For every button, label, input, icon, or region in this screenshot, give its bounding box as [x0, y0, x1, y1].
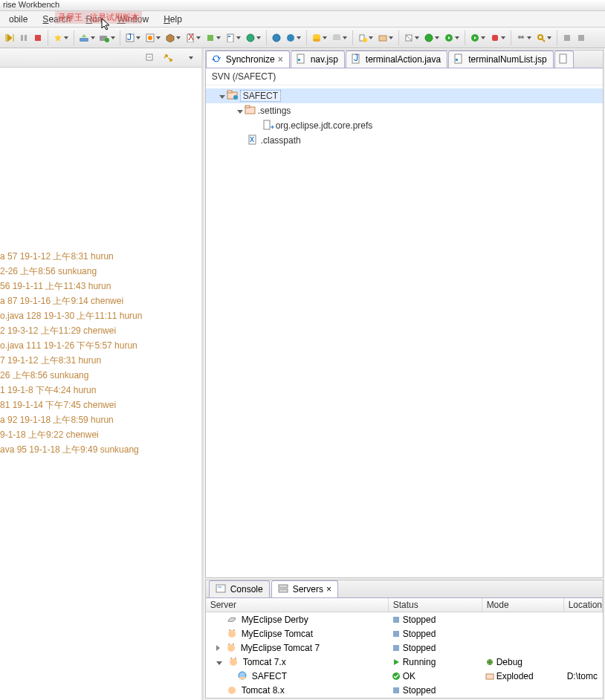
browser-dd-icon[interactable] — [284, 31, 303, 45]
tree-node-prefs[interactable]: org.eclipse.jdt.core.prefs — [206, 118, 603, 133]
tree-node-settings[interactable]: .settings — [206, 103, 603, 118]
expand-icon[interactable] — [216, 645, 220, 651]
svg-point-32 — [521, 36, 524, 39]
history-row[interactable]: 81 19-1-14 下午7:45 chenwei — [0, 398, 201, 412]
history-row[interactable]: a 57 19-1-12 上午8:31 hurun — [0, 249, 201, 264]
struts-icon[interactable] — [204, 31, 223, 45]
new-pkg-icon[interactable] — [402, 31, 421, 45]
svg-rect-57 — [279, 589, 288, 592]
search-dd-icon[interactable] — [534, 31, 554, 45]
col-location[interactable]: Location — [564, 598, 603, 612]
tool-a-icon[interactable] — [560, 31, 574, 45]
server-row[interactable]: Tomcat 7.x Running Debug — [206, 655, 603, 670]
sync-root-label: SVN (/SAFECT) — [206, 68, 603, 85]
menu-mobile[interactable]: obile — [1, 12, 35, 27]
svg-line-34 — [543, 39, 545, 42]
tab-synchronize[interactable]: Synchronize × — [206, 51, 290, 68]
menu-window[interactable]: Window — [109, 12, 156, 27]
tab-console[interactable]: Console — [209, 580, 270, 597]
db-icon[interactable] — [310, 31, 329, 45]
expand-icon[interactable] — [216, 661, 222, 665]
server-row[interactable]: Tomcat 8.x Stopped — [206, 684, 603, 698]
jsp-icon[interactable]: J — [123, 31, 143, 45]
globe-icon[interactable] — [244, 31, 263, 45]
svg-rect-40 — [298, 59, 300, 61]
deploy-icon[interactable] — [77, 31, 97, 45]
svg-point-20 — [313, 39, 320, 42]
debug-icon[interactable] — [468, 31, 488, 45]
history-row[interactable]: 56 19-1-11 上午11:43 hurun — [0, 279, 201, 294]
server-row[interactable]: MyEclipse Tomcat Stopped — [206, 626, 603, 641]
css-icon[interactable] — [224, 31, 243, 45]
close-icon[interactable]: × — [278, 54, 283, 65]
tree-node-classpath[interactable]: x .classpath — [206, 133, 603, 148]
servers-icon — [278, 583, 290, 595]
svg-point-61 — [227, 644, 235, 652]
globe2-icon[interactable] — [270, 31, 283, 45]
xml-icon[interactable]: X — [184, 31, 203, 45]
db2-icon[interactable] — [330, 31, 349, 45]
svg-point-16 — [273, 34, 280, 42]
history-row[interactable]: a 92 19-1-18 上午8:59 hurun — [0, 412, 201, 427]
server-run-icon[interactable] — [97, 31, 117, 45]
new-class-icon[interactable] — [422, 31, 441, 45]
tomcat-icon — [226, 642, 238, 654]
tab-terminal-action[interactable]: J terminalAction.java — [346, 51, 447, 68]
tab-nav-jsp[interactable]: nav.jsp — [291, 51, 345, 68]
svg-text:J: J — [127, 33, 132, 42]
menu-bar: obile SeSearcharch Run Window Help — [0, 11, 605, 27]
menu-help[interactable]: Help — [156, 12, 190, 27]
new-project-icon[interactable] — [376, 31, 395, 45]
history-row[interactable]: 2 19-3-12 上午11:29 chenwei — [0, 323, 201, 338]
svg-rect-35 — [564, 35, 570, 41]
server-row[interactable]: MyEclipse Tomcat 7 Stopped — [206, 641, 603, 655]
pause-icon[interactable] — [17, 31, 30, 45]
tab-overflow[interactable] — [554, 51, 574, 68]
new-dd-icon[interactable] — [356, 31, 375, 45]
server-row[interactable]: MyEclipse Derby Stopped — [206, 612, 603, 626]
history-row[interactable]: 7 19-1-12 上午8:31 hurun — [0, 353, 201, 368]
svg-rect-12 — [207, 35, 213, 41]
tomcat-icon — [228, 656, 240, 668]
ejb-icon[interactable] — [164, 31, 183, 45]
svg-rect-25 — [379, 36, 386, 41]
history-row[interactable]: ava 95 19-1-18 上午9:49 sunkuang — [0, 442, 201, 457]
expand-icon[interactable] — [237, 110, 243, 114]
history-row[interactable]: o.java 128 19-1-30 上午11:11 hurun — [0, 308, 201, 323]
ext-tools-icon[interactable] — [488, 31, 508, 45]
svg-rect-54 — [216, 585, 225, 592]
svg-point-31 — [518, 36, 521, 39]
tomcat-icon — [227, 684, 239, 696]
stop-icon[interactable] — [31, 31, 45, 45]
skip-icon[interactable] — [3, 31, 16, 45]
run-icon[interactable] — [442, 31, 462, 45]
tree-node-project[interactable]: SAFECT — [206, 88, 603, 103]
col-status[interactable]: Status — [389, 598, 482, 612]
history-row[interactable]: 2-26 上午8:56 sunkuang — [0, 264, 201, 279]
menu-search[interactable]: SeSearcharch — [35, 12, 78, 27]
server-row-deployed[interactable]: SAFECT OK Exploded D:\tomc — [206, 670, 603, 684]
svg-rect-56 — [279, 585, 288, 588]
expand-icon[interactable] — [219, 95, 225, 99]
svg-rect-30 — [492, 35, 498, 41]
tab-servers[interactable]: Servers × — [271, 580, 338, 597]
col-server[interactable]: Server — [206, 598, 389, 612]
history-row[interactable]: 1 19-1-8 下午4:24 hurun — [0, 383, 201, 398]
history-row[interactable]: 9-1-18 上午9:22 chenwei — [0, 427, 201, 442]
tab-terminal-numlist[interactable]: terminalNumList.jsp — [448, 51, 553, 68]
history-row[interactable]: 26 上午8:56 sunkuang — [0, 368, 201, 383]
svg-point-48 — [233, 95, 238, 100]
svg-rect-13 — [227, 34, 233, 42]
collapse-all-icon[interactable] — [143, 51, 157, 65]
applet-icon[interactable] — [143, 31, 163, 45]
link-editor-icon[interactable] — [161, 51, 175, 65]
tool-b-icon[interactable] — [575, 31, 588, 45]
close-icon[interactable]: × — [326, 584, 331, 594]
history-row[interactable]: o.java 111 19-1-26 下午5:57 hurun — [0, 338, 201, 353]
view-menu-icon[interactable] — [184, 51, 197, 65]
history-row[interactable]: a 87 19-1-16 上午9:14 chenwei — [0, 294, 201, 308]
launch-favorites-icon[interactable] — [51, 31, 71, 45]
col-mode[interactable]: Mode — [482, 598, 564, 612]
team-icon[interactable] — [514, 31, 534, 45]
svg-rect-3 — [80, 38, 88, 42]
